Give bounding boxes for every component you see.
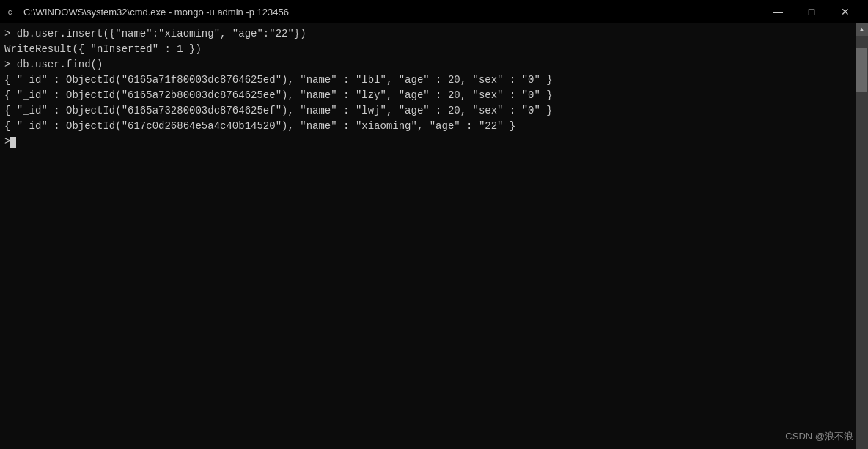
svg-text:C: C (8, 9, 12, 17)
terminal-content[interactable]: > db.user.insert({"name":"xiaoming", "ag… (0, 23, 856, 449)
close-button[interactable]: ✕ (828, 0, 862, 23)
terminal-line-4: { "_id" : ObjectId("6165a71f80003dc87646… (4, 73, 851, 88)
terminal-line-6: { "_id" : ObjectId("6165a73280003dc87646… (4, 103, 851, 119)
terminal-line-5: { "_id" : ObjectId("6165a72b80003dc87646… (4, 88, 851, 103)
scrollbar[interactable]: ▲ (856, 23, 868, 449)
terminal-line-7: { "_id" : ObjectId("617c0d26864e5a4c40b1… (4, 119, 851, 134)
window-title: C:\WINDOWS\system32\cmd.exe - mongo -u a… (23, 7, 289, 18)
terminal-prompt-char: > (4, 134, 10, 149)
terminal-container: > db.user.insert({"name":"xiaoming", "ag… (0, 23, 868, 449)
window-controls: — □ ✕ (761, 0, 862, 23)
watermark: CSDN @浪不浪 (785, 430, 853, 443)
terminal-cursor-line: > (4, 134, 851, 149)
title-bar: C C:\WINDOWS\system32\cmd.exe - mongo -u… (0, 0, 868, 23)
terminal-line-1: > db.user.insert({"name":"xiaoming", "ag… (4, 26, 851, 42)
maximize-icon: □ (809, 7, 814, 17)
terminal-cursor (10, 137, 16, 148)
title-bar-left: C C:\WINDOWS\system32\cmd.exe - mongo -u… (6, 6, 289, 18)
terminal-line-2: WriteResult({ "nInserted" : 1 }) (4, 42, 851, 57)
terminal-line-3: > db.user.find() (4, 57, 851, 73)
scrollbar-up-arrow[interactable]: ▲ (856, 23, 868, 36)
minimize-button[interactable]: — (761, 0, 795, 23)
maximize-button[interactable]: □ (795, 0, 828, 23)
cmd-icon: C (6, 6, 18, 18)
scrollbar-thumb[interactable] (856, 48, 867, 92)
close-icon: ✕ (841, 7, 850, 17)
minimize-icon: — (773, 7, 783, 17)
